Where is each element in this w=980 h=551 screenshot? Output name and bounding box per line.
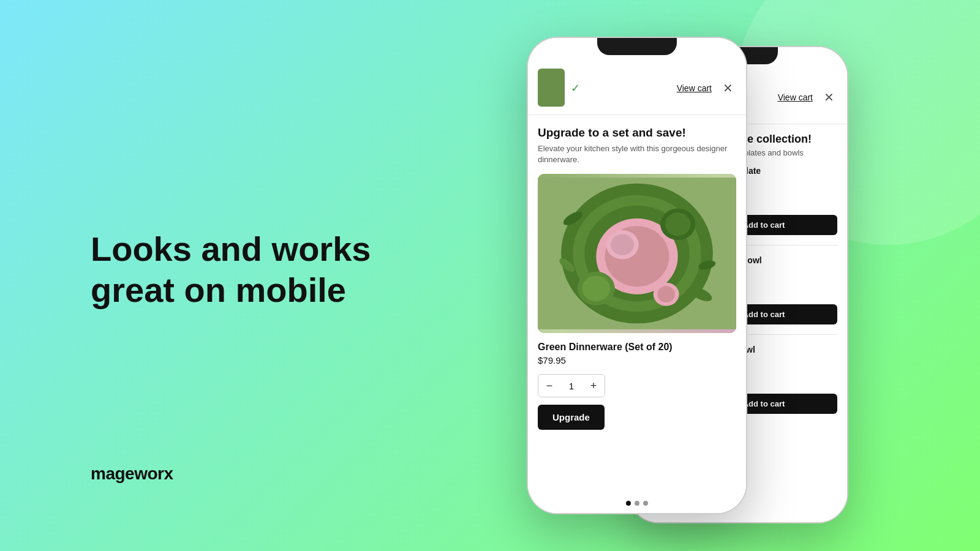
phone-1-close-button[interactable]: ✕	[719, 80, 736, 97]
phone-1-qty-value: 1	[560, 381, 582, 391]
phone-2-close-button[interactable]: ✕	[820, 89, 837, 106]
phone-1-product-price: $79.95	[538, 355, 736, 365]
dot-1	[626, 501, 631, 506]
phone-1-qty-stepper: − 1 +	[538, 374, 605, 397]
dot-2	[635, 501, 639, 506]
phones-container: ✓ View cart ✕ Grab more from same collec…	[514, 0, 980, 551]
phone-1-screen: ✓ View cart ✕ Upgrade to a set and save!…	[528, 38, 746, 513]
phone-1-product-name: Green Dinnerware (Set of 20)	[538, 342, 736, 353]
phone-1-qty-decrease[interactable]: −	[538, 375, 560, 397]
phone-1-upsell-desc: Elevate your kitchen style with this gor…	[538, 143, 736, 165]
phone-1-view-cart[interactable]: View cart	[677, 83, 712, 93]
phone-1-modal-body: Upgrade to a set and save! Elevate your …	[528, 115, 746, 493]
hero-title-line1: Looks and works	[91, 230, 371, 268]
phone-1: ✓ View cart ✕ Upgrade to a set and save!…	[527, 37, 747, 514]
phone-1-modal: ✓ View cart ✕ Upgrade to a set and save!…	[528, 38, 746, 513]
svg-point-17	[657, 287, 675, 303]
phone-1-dots	[528, 493, 746, 513]
svg-point-11	[582, 276, 610, 302]
hero-title-line2: great on mobile	[91, 271, 346, 309]
phone-2-view-cart[interactable]: View cart	[778, 92, 813, 102]
hero-section: Looks and works great on mobile	[91, 228, 371, 323]
phone-1-checkmark: ✓	[571, 81, 580, 95]
phone-1-notch	[597, 38, 677, 55]
phone-1-qty-increase[interactable]: +	[582, 375, 605, 397]
svg-point-9	[665, 213, 691, 236]
svg-point-7	[611, 234, 634, 255]
brand-logo: mageworx	[91, 464, 173, 484]
dinnerware-visual	[538, 174, 736, 333]
dot-3	[643, 501, 648, 506]
phone-1-product-image	[538, 174, 736, 333]
phone-1-upsell-title: Upgrade to a set and save!	[538, 126, 736, 140]
phone-1-thumb	[538, 69, 565, 107]
phone-1-upgrade-button[interactable]: Upgrade	[538, 405, 605, 430]
hero-title: Looks and works great on mobile	[91, 228, 371, 310]
